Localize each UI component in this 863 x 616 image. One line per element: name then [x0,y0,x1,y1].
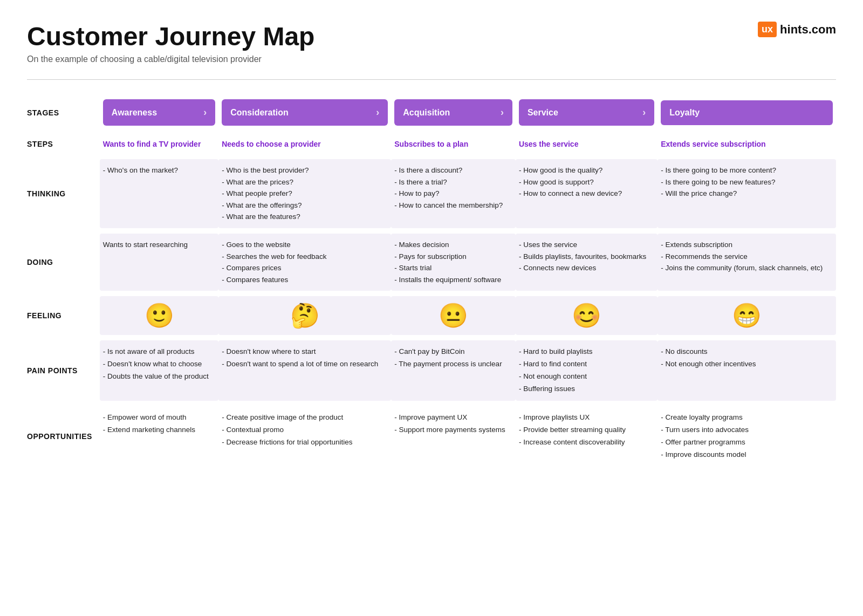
feeling-emoji-3: 😊 [572,302,601,328]
feeling-label: FEELING [27,296,100,335]
thinking-text-4: - Is there going to be more content? - I… [661,165,833,200]
feeling-row: FEELING 🙂 🤔 😐 😊 😁 [27,296,836,335]
feeling-cell-1: 🤔 [218,296,391,335]
feeling-cell-2: 😐 [391,296,516,335]
stage-acquisition[interactable]: Acquisition › [394,99,512,126]
thinking-cell-4: - Is there going to be more content? - I… [657,159,836,228]
doing-cell-0: Wants to start researching [100,234,218,291]
stage-consideration[interactable]: Consideration › [222,99,388,126]
logo: ux hints.com [758,22,836,37]
opportunities-row: OPPORTUNITIES - Empower word of mouth - … [27,406,836,467]
feeling-cell-4: 😁 [657,296,836,335]
step-2: Subscribes to a plan [394,140,468,148]
doing-text-0: Wants to start researching [103,239,215,251]
feeling-emoji-1: 🤔 [290,302,320,328]
stage-awareness-label: Awareness [112,108,157,118]
doing-text-4: - Extends subscription - Recommends the … [661,239,833,274]
pain-text-2: - Can't pay by BitCoin - The payment pro… [394,346,512,371]
thinking-cell-3: - How good is the quality? - How good is… [516,159,657,228]
step-cell-2: Subscribes to a plan [391,134,516,154]
stages-label: STAGES [27,96,100,129]
opp-text-2: - Improve payment UX - Support more paym… [394,412,512,436]
stage-cell-loyalty: Loyalty [657,96,836,129]
thinking-row: THINKING - Who's on the market? - Who is… [27,159,836,228]
stage-loyalty[interactable]: Loyalty [661,100,833,125]
header-left: Customer Journey Map On the example of c… [27,22,314,64]
chevron-icon-service: › [642,107,646,118]
stage-awareness[interactable]: Awareness › [103,99,215,126]
doing-text-3: - Uses the service - Builds playlists, f… [519,239,654,274]
page-subtitle: On the example of choosing a cable/digit… [27,54,314,64]
page-title: Customer Journey Map [27,22,314,51]
opp-text-1: - Create positive image of the product -… [222,412,388,449]
thinking-text-2: - Is there a discount? - Is there a tria… [394,165,512,211]
chevron-icon-consideration: › [376,107,379,118]
doing-cell-3: - Uses the service - Builds playlists, f… [516,234,657,291]
opp-cell-1: - Create positive image of the product -… [218,406,391,467]
opp-text-4: - Create loyalty programs - Turn users i… [661,412,833,461]
step-1: Needs to choose a provider [222,140,321,148]
opp-text-0: - Empower word of mouth - Extend marketi… [103,412,215,436]
stage-service[interactable]: Service › [519,99,654,126]
chevron-icon-acquisition: › [501,107,504,118]
pain-text-4: - No discounts - Not enough other incent… [661,346,833,371]
step-cell-1: Needs to choose a provider [218,134,391,154]
stage-cell-consideration: Consideration › [218,96,391,129]
opp-text-3: - Improve playlists UX - Provide better … [519,412,654,449]
feeling-emoji-4: 😁 [732,302,762,328]
logo-domain: hints.com [780,23,836,37]
feeling-emoji-0: 🙂 [145,302,174,328]
page-header: Customer Journey Map On the example of c… [27,22,836,70]
divider [27,79,836,80]
step-3: Uses the service [519,140,579,148]
pain-cell-0: - Is not aware of all products - Doesn't… [100,340,218,401]
step-cell-3: Uses the service [516,134,657,154]
stage-cell-awareness: Awareness › [100,96,218,129]
pain-cell-4: - No discounts - Not enough other incent… [657,340,836,401]
stage-service-label: Service [528,108,558,118]
step-0: Wants to find a TV provider [103,140,201,148]
thinking-text-0: - Who's on the market? [103,165,215,176]
pain-points-row: PAIN POINTS - Is not aware of all produc… [27,340,836,401]
step-cell-0: Wants to find a TV provider [100,134,218,154]
pain-cell-1: - Doesn't know where to start - Doesn't … [218,340,391,401]
pain-text-3: - Hard to build playlists - Hard to find… [519,346,654,395]
thinking-cell-2: - Is there a discount? - Is there a tria… [391,159,516,228]
steps-label: STEPS [27,134,100,154]
opp-cell-2: - Improve payment UX - Support more paym… [391,406,516,467]
feeling-cell-3: 😊 [516,296,657,335]
doing-text-1: - Goes to the website - Searches the web… [222,239,388,285]
stage-loyalty-label: Loyalty [669,108,700,118]
thinking-cell-1: - Who is the best provider? - What are t… [218,159,391,228]
doing-text-2: - Makes decision - Pays for subscription… [394,239,512,285]
pain-text-0: - Is not aware of all products - Doesn't… [103,346,215,383]
steps-row: STEPS Wants to find a TV provider Needs … [27,134,836,154]
doing-label: DOING [27,234,100,291]
step-cell-4: Extends service subscription [657,134,836,154]
stages-row: STAGES Awareness › Consideration › Acqui… [27,96,836,129]
feeling-emoji-2: 😐 [439,302,468,328]
opp-cell-3: - Improve playlists UX - Provide better … [516,406,657,467]
step-4: Extends service subscription [661,140,766,148]
doing-cell-1: - Goes to the website - Searches the web… [218,234,391,291]
opp-cell-0: - Empower word of mouth - Extend marketi… [100,406,218,467]
stage-cell-service: Service › [516,96,657,129]
stage-cell-acquisition: Acquisition › [391,96,516,129]
thinking-label: THINKING [27,159,100,228]
feeling-cell-0: 🙂 [100,296,218,335]
doing-cell-2: - Makes decision - Pays for subscription… [391,234,516,291]
logo-ux-badge: ux [758,22,777,37]
pain-cell-3: - Hard to build playlists - Hard to find… [516,340,657,401]
doing-row: DOING Wants to start researching - Goes … [27,234,836,291]
chevron-icon-awareness: › [203,107,207,118]
thinking-text-3: - How good is the quality? - How good is… [519,165,654,200]
opp-cell-4: - Create loyalty programs - Turn users i… [657,406,836,467]
doing-cell-4: - Extends subscription - Recommends the … [657,234,836,291]
journey-map-table: STAGES Awareness › Consideration › Acqui… [27,96,836,467]
thinking-cell-0: - Who's on the market? [100,159,218,228]
stage-consideration-label: Consideration [230,108,289,118]
thinking-text-1: - Who is the best provider? - What are t… [222,165,388,223]
pain-points-label: PAIN POINTS [27,340,100,401]
opportunities-label: OPPORTUNITIES [27,406,100,467]
stage-acquisition-label: Acquisition [403,108,450,118]
